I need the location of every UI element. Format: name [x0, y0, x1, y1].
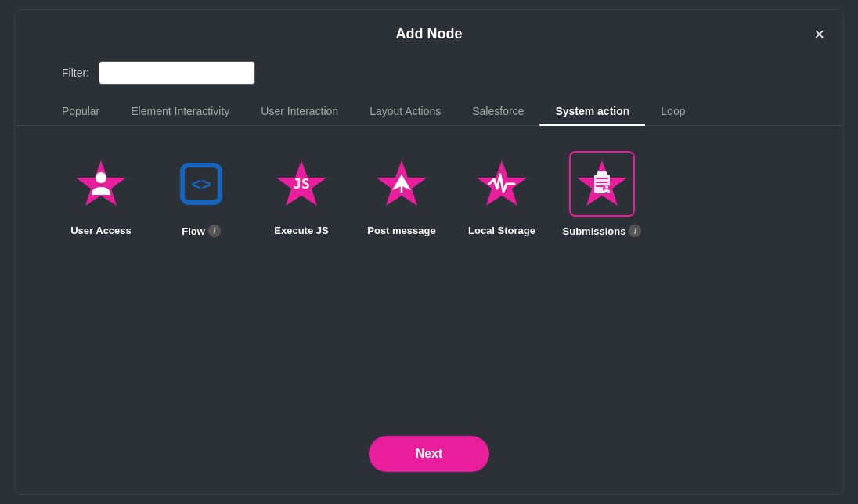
node-post-message-icon-wrapper: [369, 151, 434, 217]
tab-system-action[interactable]: System action: [539, 97, 645, 125]
tab-loop[interactable]: Loop: [645, 97, 701, 125]
tab-popular[interactable]: Popular: [46, 97, 115, 125]
tab-salesforce[interactable]: Salesforce: [456, 97, 539, 125]
node-user-access-label: User Access: [70, 225, 132, 236]
filter-row: Filter:: [15, 55, 843, 97]
node-submissions-icon-wrapper: [569, 151, 635, 217]
submissions-star-svg: [575, 157, 629, 211]
node-submissions-label: Submissions i: [563, 225, 642, 237]
post-message-star: [375, 157, 428, 211]
svg-rect-12: [596, 178, 608, 179]
node-execute-js[interactable]: JS Execute JS: [262, 151, 341, 237]
close-button[interactable]: ×: [811, 23, 827, 46]
filter-input[interactable]: [99, 61, 255, 85]
node-execute-js-icon-wrapper: JS: [269, 151, 334, 217]
user-access-star: [74, 157, 128, 211]
svg-point-1: [96, 172, 106, 183]
svg-rect-14: [596, 185, 604, 187]
node-submissions[interactable]: Submissions i: [563, 151, 641, 237]
modal-footer: Next: [15, 423, 843, 494]
local-storage-star-svg: [475, 157, 528, 211]
tabs-bar: Popular Element Interactivity User Inter…: [15, 97, 843, 126]
nodes-grid: User Access <> Flow i: [62, 151, 796, 237]
modal-title: Add Node: [396, 26, 463, 42]
execute-js-star: JS: [275, 157, 328, 211]
content-area: User Access <> Flow i: [15, 126, 843, 423]
tab-layout-actions[interactable]: Layout Actions: [354, 97, 456, 125]
user-access-star-svg: [74, 157, 128, 211]
node-flow-label: Flow i: [182, 225, 221, 237]
svg-text:<>: <>: [191, 175, 211, 194]
node-flow-icon-wrapper: <>: [168, 151, 234, 217]
node-local-storage-label: Local Storage: [468, 225, 535, 236]
tab-element-interactivity[interactable]: Element Interactivity: [115, 97, 245, 125]
node-user-access[interactable]: User Access: [62, 151, 140, 237]
execute-js-star-svg: JS: [275, 157, 328, 211]
local-storage-star: [475, 157, 528, 211]
filter-label: Filter:: [62, 67, 89, 79]
tab-user-interaction[interactable]: User Interaction: [245, 97, 354, 125]
submissions-star: [575, 157, 629, 211]
node-local-storage[interactable]: Local Storage: [463, 151, 541, 237]
submissions-info-badge: i: [629, 225, 641, 237]
node-post-message-label: Post message: [367, 225, 435, 236]
flow-icon: <>: [175, 157, 228, 211]
svg-text:JS: JS: [293, 175, 310, 192]
node-user-access-icon-wrapper: [68, 151, 134, 217]
svg-rect-13: [596, 182, 608, 183]
svg-point-17: [605, 185, 608, 189]
add-node-modal: Add Node × Filter: Popular Element Inter…: [14, 9, 844, 495]
svg-rect-15: [597, 171, 607, 176]
post-message-star-svg: [375, 157, 428, 211]
next-button[interactable]: Next: [369, 436, 490, 472]
node-local-storage-icon-wrapper: [469, 151, 535, 217]
flow-info-badge: i: [208, 225, 221, 237]
node-execute-js-label: Execute JS: [274, 225, 328, 236]
node-flow[interactable]: <> Flow i: [162, 151, 240, 237]
modal-header: Add Node ×: [15, 10, 843, 55]
node-post-message[interactable]: Post message: [362, 151, 441, 237]
flow-svg: <>: [175, 157, 228, 211]
